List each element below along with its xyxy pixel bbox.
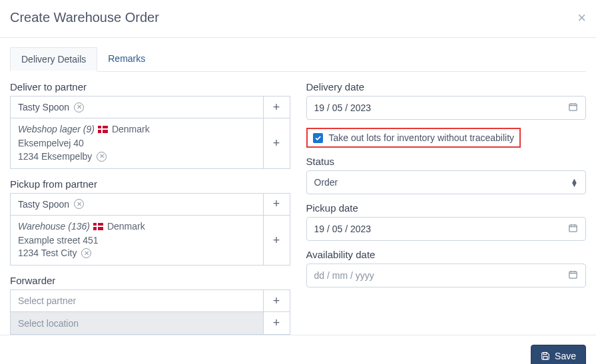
pickup-location-street: Example street 451 [18,234,99,247]
svg-rect-4 [543,353,547,355]
page-title: Create Warehouse Order [10,10,159,25]
chevron-sort-icon: ▲▼ [571,178,578,186]
forwarder-partner-input[interactable]: Select partner [10,289,264,312]
status-label: Status [306,156,587,167]
svg-rect-1 [569,225,577,232]
deliver-location-street: Eksempelvej 40 [18,137,84,150]
add-forwarder-partner-button[interactable]: + [264,289,290,312]
save-button[interactable]: Save [531,345,586,364]
deliver-to-label: Deliver to partner [10,81,290,92]
add-deliver-location-button[interactable]: + [264,118,290,169]
flag-dk-icon [98,126,108,133]
deliver-location-input[interactable]: Webshop lager (9) Denmark Eksempelvej 40… [10,118,264,169]
pickup-location-country: Denmark [107,220,145,233]
deliver-partner-input[interactable]: Tasty Spoon ✕ [10,96,264,118]
tab-remarks[interactable]: Remarks [97,47,156,71]
traceability-checkbox[interactable] [313,133,323,143]
pickup-date-input[interactable]: 19 / 05 / 2023 [306,217,587,241]
close-icon[interactable]: × [577,11,586,25]
pickup-date-label: Pickup date [306,202,587,214]
traceability-checkbox-row[interactable]: Take out lots for inventory without trac… [306,128,521,148]
pickup-partner-value: Tasty Spoon [18,199,69,210]
deliver-location-city: 1234 Eksempelby [18,150,92,163]
pickup-location-city: 1234 Test City [18,247,77,260]
calendar-icon[interactable] [568,102,578,114]
forwarder-label: Forwarder [10,275,290,286]
deliver-partner-value: Tasty Spoon [18,102,69,112]
delivery-date-value: 19 / 05 / 2023 [314,102,372,113]
add-deliver-partner-button[interactable]: + [264,96,290,118]
pickup-partner-input[interactable]: Tasty Spoon ✕ [10,193,264,216]
clear-icon[interactable]: ✕ [74,102,84,112]
delivery-date-label: Delivery date [306,81,587,92]
tab-delivery-details[interactable]: Delivery Details [10,47,97,72]
forwarder-partner-placeholder: Select partner [18,295,76,306]
status-value: Order [314,177,338,188]
tabs: Delivery Details Remarks [10,47,586,72]
forwarder-location-input: Select location [10,312,264,335]
calendar-icon[interactable] [568,270,578,281]
svg-rect-2 [569,272,577,278]
clear-icon[interactable]: ✕ [74,199,84,209]
pickup-from-label: Pickup from partner [10,178,290,190]
status-select[interactable]: Order ▲▼ [306,170,587,194]
add-forwarder-location-button[interactable]: + [264,312,290,335]
deliver-location-country: Denmark [112,123,150,136]
svg-rect-0 [569,104,577,110]
pickup-location-name: Warehouse (136) [18,220,90,233]
add-pickup-partner-button[interactable]: + [264,193,290,216]
pickup-location-input[interactable]: Warehouse (136) Denmark Example street 4… [10,216,264,266]
traceability-label: Take out lots for inventory without trac… [329,132,515,143]
availability-date-placeholder: dd / mm / yyyy [314,270,374,281]
save-icon [541,351,550,361]
add-pickup-location-button[interactable]: + [264,216,290,266]
flag-dk-icon [93,223,103,230]
pickup-date-value: 19 / 05 / 2023 [314,224,372,234]
availability-date-label: Availability date [306,249,587,260]
save-button-label: Save [555,351,576,361]
availability-date-input[interactable]: dd / mm / yyyy [306,264,587,287]
calendar-icon[interactable] [568,223,578,235]
svg-rect-3 [543,357,547,360]
forwarder-location-placeholder: Select location [18,318,79,329]
clear-icon[interactable]: ✕ [97,152,107,162]
deliver-location-name: Webshop lager (9) [18,123,95,136]
delivery-date-input[interactable]: 19 / 05 / 2023 [306,96,587,120]
clear-icon[interactable]: ✕ [81,248,91,258]
